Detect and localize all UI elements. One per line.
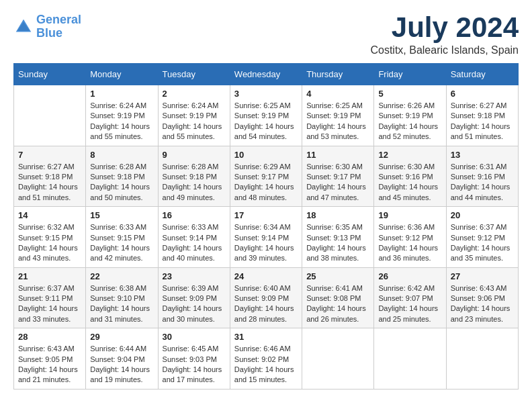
day-number: 23 [163,271,226,281]
day-number: 25 [306,271,369,281]
sunset-text: Sunset: 9:19 PM [306,111,369,121]
sunset-text: Sunset: 9:12 PM [451,233,514,243]
sunrise-text: Sunrise: 6:40 AM [234,283,298,293]
sunset-text: Sunset: 9:19 PM [234,111,298,121]
day-number: 24 [234,271,298,281]
daylight-text: Daylight: 14 hours and 52 minutes. [378,122,441,142]
calendar-cell: 4 Sunrise: 6:25 AM Sunset: 9:19 PM Dayli… [302,85,374,146]
location-title: Costitx, Balearic Islands, Spain [370,44,519,56]
calendar-cell: 23 Sunrise: 6:39 AM Sunset: 9:09 PM Dayl… [158,267,230,328]
day-number: 22 [90,271,153,281]
day-number: 30 [163,332,226,342]
sunrise-text: Sunrise: 6:41 AM [306,283,369,293]
sunset-text: Sunset: 9:17 PM [234,172,298,182]
day-number: 21 [18,271,81,281]
day-number: 20 [451,210,514,220]
sunrise-text: Sunrise: 6:44 AM [90,344,153,354]
day-info: Sunrise: 6:30 AM Sunset: 9:16 PM Dayligh… [378,162,441,203]
day-info: Sunrise: 6:44 AM Sunset: 9:04 PM Dayligh… [90,344,153,385]
calendar-cell: 11 Sunrise: 6:30 AM Sunset: 9:17 PM Dayl… [302,146,374,207]
page-header: General Blue July 2024 Costitx, Balearic… [13,13,519,56]
calendar-cell: 16 Sunrise: 6:33 AM Sunset: 9:14 PM Dayl… [158,207,230,268]
sunrise-text: Sunrise: 6:30 AM [378,162,441,172]
calendar-cell: 10 Sunrise: 6:29 AM Sunset: 9:17 PM Dayl… [230,146,302,207]
sunrise-text: Sunrise: 6:45 AM [163,344,226,354]
sunrise-text: Sunrise: 6:30 AM [306,162,369,172]
sunset-text: Sunset: 9:14 PM [163,233,226,243]
calendar-cell [446,328,518,390]
daylight-text: Daylight: 14 hours and 17 minutes. [163,365,226,385]
day-number: 7 [18,150,81,160]
week-row-4: 21 Sunrise: 6:37 AM Sunset: 9:11 PM Dayl… [14,267,519,328]
day-number: 19 [378,210,441,220]
day-info: Sunrise: 6:34 AM Sunset: 9:14 PM Dayligh… [234,222,298,264]
calendar-cell: 8 Sunrise: 6:28 AM Sunset: 9:18 PM Dayli… [86,146,158,207]
logo: General Blue [13,13,81,40]
calendar-body: 1 Sunrise: 6:24 AM Sunset: 9:19 PM Dayli… [14,85,519,390]
daylight-text: Daylight: 14 hours and 30 minutes. [163,304,226,324]
weekday-sunday: Sunday [14,64,86,85]
day-info: Sunrise: 6:43 AM Sunset: 9:05 PM Dayligh… [18,344,81,385]
daylight-text: Daylight: 14 hours and 53 minutes. [306,122,369,142]
sunset-text: Sunset: 9:14 PM [234,233,298,243]
sunrise-text: Sunrise: 6:25 AM [306,101,369,111]
calendar-cell: 28 Sunrise: 6:43 AM Sunset: 9:05 PM Dayl… [14,328,86,390]
day-info: Sunrise: 6:27 AM Sunset: 9:18 PM Dayligh… [18,162,81,203]
daylight-text: Daylight: 14 hours and 36 minutes. [378,243,441,264]
day-number: 4 [306,89,369,99]
day-info: Sunrise: 6:30 AM Sunset: 9:17 PM Dayligh… [306,162,369,203]
day-number: 17 [234,210,298,220]
daylight-text: Daylight: 14 hours and 44 minutes. [451,182,514,203]
day-number: 28 [18,332,81,342]
sunset-text: Sunset: 9:07 PM [378,293,441,304]
week-row-5: 28 Sunrise: 6:43 AM Sunset: 9:05 PM Dayl… [14,328,519,390]
sunset-text: Sunset: 9:02 PM [234,355,298,365]
sunrise-text: Sunrise: 6:24 AM [90,101,153,111]
calendar-cell [14,85,86,146]
daylight-text: Daylight: 14 hours and 25 minutes. [378,304,441,324]
sunrise-text: Sunrise: 6:33 AM [90,222,153,232]
sunset-text: Sunset: 9:03 PM [163,355,226,365]
weekday-thursday: Thursday [302,64,374,85]
calendar-cell: 2 Sunrise: 6:24 AM Sunset: 9:19 PM Dayli… [158,85,230,146]
day-info: Sunrise: 6:29 AM Sunset: 9:17 PM Dayligh… [234,162,298,203]
day-number: 2 [163,89,226,99]
day-info: Sunrise: 6:40 AM Sunset: 9:09 PM Dayligh… [234,283,298,325]
sunset-text: Sunset: 9:09 PM [163,293,226,304]
day-info: Sunrise: 6:28 AM Sunset: 9:18 PM Dayligh… [163,162,226,203]
day-info: Sunrise: 6:41 AM Sunset: 9:08 PM Dayligh… [306,283,369,325]
calendar-cell: 24 Sunrise: 6:40 AM Sunset: 9:09 PM Dayl… [230,267,302,328]
sunrise-text: Sunrise: 6:36 AM [378,222,441,232]
sunrise-text: Sunrise: 6:32 AM [18,222,81,232]
sunrise-text: Sunrise: 6:33 AM [163,222,226,232]
calendar-cell: 17 Sunrise: 6:34 AM Sunset: 9:14 PM Dayl… [230,207,302,268]
sunset-text: Sunset: 9:17 PM [306,172,369,182]
calendar-cell: 21 Sunrise: 6:37 AM Sunset: 9:11 PM Dayl… [14,267,86,328]
day-info: Sunrise: 6:31 AM Sunset: 9:16 PM Dayligh… [451,162,514,203]
daylight-text: Daylight: 14 hours and 26 minutes. [306,304,369,324]
day-info: Sunrise: 6:24 AM Sunset: 9:19 PM Dayligh… [90,101,153,142]
daylight-text: Daylight: 14 hours and 55 minutes. [90,122,153,142]
day-number: 11 [306,150,369,160]
daylight-text: Daylight: 14 hours and 47 minutes. [306,182,369,203]
calendar-cell: 18 Sunrise: 6:35 AM Sunset: 9:13 PM Dayl… [302,207,374,268]
week-row-3: 14 Sunrise: 6:32 AM Sunset: 9:15 PM Dayl… [14,207,519,268]
daylight-text: Daylight: 14 hours and 21 minutes. [18,365,81,385]
day-number: 26 [378,271,441,281]
sunset-text: Sunset: 9:05 PM [18,355,81,365]
daylight-text: Daylight: 14 hours and 40 minutes. [163,243,226,264]
day-info: Sunrise: 6:37 AM Sunset: 9:12 PM Dayligh… [451,222,514,264]
daylight-text: Daylight: 14 hours and 50 minutes. [90,182,153,203]
day-info: Sunrise: 6:39 AM Sunset: 9:09 PM Dayligh… [163,283,226,325]
calendar-cell [302,328,374,390]
daylight-text: Daylight: 14 hours and 54 minutes. [234,122,298,142]
day-info: Sunrise: 6:35 AM Sunset: 9:13 PM Dayligh… [306,222,369,264]
day-number: 12 [378,150,441,160]
weekday-monday: Monday [86,64,158,85]
calendar-cell: 9 Sunrise: 6:28 AM Sunset: 9:18 PM Dayli… [158,146,230,207]
sunset-text: Sunset: 9:04 PM [90,355,153,365]
sunrise-text: Sunrise: 6:28 AM [90,162,153,172]
day-info: Sunrise: 6:36 AM Sunset: 9:12 PM Dayligh… [378,222,441,264]
weekday-friday: Friday [374,64,446,85]
sunset-text: Sunset: 9:12 PM [378,233,441,243]
